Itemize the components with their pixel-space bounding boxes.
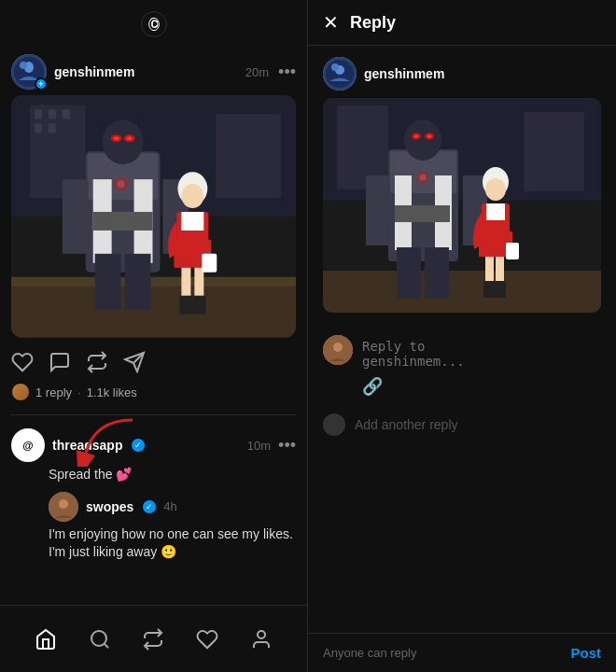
- comment-button[interactable]: [49, 351, 71, 373]
- divider: [11, 414, 296, 415]
- svg-rect-59: [524, 112, 584, 191]
- op-avatar-wrap: [323, 57, 357, 91]
- comment-text: Spread the 💕: [11, 466, 296, 484]
- reply-input-section: 🔗: [323, 324, 601, 408]
- reply-title: Reply: [350, 13, 396, 33]
- svg-rect-71: [397, 247, 421, 299]
- svg-rect-82: [483, 281, 495, 298]
- svg-point-20: [114, 136, 119, 140]
- likes-count: 1.1k likes: [87, 385, 137, 399]
- red-arrow: [67, 411, 142, 470]
- svg-rect-9: [35, 109, 42, 119]
- svg-rect-37: [179, 296, 192, 315]
- sub-comment-text: I'm enjoying how no one can see my likes…: [49, 525, 296, 562]
- svg-rect-25: [93, 212, 153, 231]
- add-reply-text: Add another reply: [355, 417, 458, 432]
- threads-comment-logo: @: [15, 432, 41, 458]
- avatar-plus-icon[interactable]: +: [35, 77, 48, 91]
- svg-rect-83: [495, 281, 506, 298]
- like-button[interactable]: [11, 351, 34, 373]
- op-image: [323, 98, 601, 313]
- likes-nav-button[interactable]: [196, 628, 218, 651]
- reply-input[interactable]: [362, 335, 534, 369]
- reply-content: genshinmem: [308, 46, 616, 633]
- svg-rect-70: [395, 205, 450, 222]
- svg-text:@: @: [22, 439, 33, 451]
- reply-count: 1 reply: [35, 385, 72, 399]
- svg-rect-27: [125, 254, 151, 310]
- svg-point-63: [404, 119, 441, 161]
- post-container: + genshinmem 20m •••: [0, 47, 307, 605]
- close-button[interactable]: ✕: [323, 11, 339, 34]
- sub-verified-badge: ✓: [143, 500, 156, 513]
- threads-logo-icon: [139, 9, 169, 39]
- red-arrow-icon: [67, 411, 142, 467]
- svg-point-49: [91, 631, 106, 646]
- activity-nav-button[interactable]: [142, 628, 164, 651]
- svg-rect-28: [63, 179, 89, 254]
- svg-rect-26: [95, 254, 121, 310]
- svg-point-40: [118, 180, 125, 188]
- svg-point-47: [59, 499, 68, 509]
- post-time: 20m: [245, 65, 269, 79]
- sub-avatar: [49, 492, 78, 522]
- anyone-can-reply-text: Anyone can reply: [323, 646, 416, 660]
- svg-point-18: [103, 119, 144, 164]
- sub-username: swopes: [86, 499, 133, 514]
- add-reply-avatar: [323, 413, 345, 436]
- svg-rect-41: [202, 254, 217, 273]
- post-header: + genshinmem 20m •••: [11, 47, 296, 95]
- svg-point-51: [258, 631, 265, 638]
- svg-rect-33: [181, 212, 203, 231]
- comment-more-button[interactable]: •••: [278, 437, 296, 454]
- reply-footer: Anyone can reply Post: [308, 633, 616, 672]
- comment-item: @ threadsapp ✓ 10m ••• Spread the 💕: [11, 419, 296, 579]
- svg-rect-8: [216, 114, 281, 198]
- sub-time: 4h: [163, 499, 176, 513]
- tiny-avatar: [11, 383, 30, 401]
- bottom-nav: [0, 605, 307, 672]
- cosplay-scene-image: [11, 95, 296, 338]
- more-options-button[interactable]: •••: [278, 63, 296, 80]
- svg-point-4: [20, 62, 27, 69]
- post-username: genshinmem: [54, 64, 134, 79]
- repost-button[interactable]: [86, 351, 108, 373]
- svg-rect-11: [63, 109, 70, 119]
- svg-rect-86: [506, 243, 519, 259]
- svg-point-55: [331, 63, 339, 71]
- top-bar: [0, 0, 307, 47]
- search-nav-button[interactable]: [89, 628, 111, 651]
- home-nav-button[interactable]: [35, 628, 57, 651]
- original-post-mini: genshinmem: [323, 57, 601, 313]
- op-avatar-img: [323, 57, 357, 91]
- svg-rect-78: [486, 203, 505, 220]
- reply-avatar-img: [323, 335, 353, 365]
- svg-point-85: [420, 175, 427, 181]
- svg-rect-12: [35, 123, 42, 133]
- svg-point-31: [181, 184, 203, 208]
- right-panel: ✕ Reply genshinmem: [308, 0, 616, 672]
- op-username: genshinmem: [364, 66, 444, 81]
- attachment-icon[interactable]: 🔗: [362, 372, 601, 400]
- profile-nav-button[interactable]: [250, 628, 273, 651]
- svg-rect-60: [323, 271, 601, 313]
- add-reply-row: Add another reply: [323, 408, 601, 441]
- avatar-wrap: +: [11, 54, 47, 90]
- post-button[interactable]: Post: [570, 645, 601, 661]
- op-avatar: [323, 57, 357, 91]
- post-image: [11, 95, 296, 338]
- svg-rect-14: [11, 282, 296, 338]
- svg-point-22: [127, 136, 133, 140]
- comment-time: 10m: [247, 439, 271, 453]
- svg-point-67: [427, 134, 432, 138]
- share-button[interactable]: [123, 351, 146, 373]
- svg-line-50: [104, 643, 107, 647]
- stats-row: 1 reply · 1.1k likes: [11, 381, 296, 411]
- action-bar: [11, 347, 296, 381]
- threadsapp-avatar: @: [11, 428, 45, 462]
- reply-header: ✕ Reply: [308, 0, 616, 46]
- stats-dot: ·: [77, 385, 81, 399]
- sub-comment: swopes ✓ 4h I'm enjoying how no one can …: [49, 484, 296, 569]
- sub-avatar-img: [49, 492, 78, 522]
- svg-rect-10: [49, 109, 56, 119]
